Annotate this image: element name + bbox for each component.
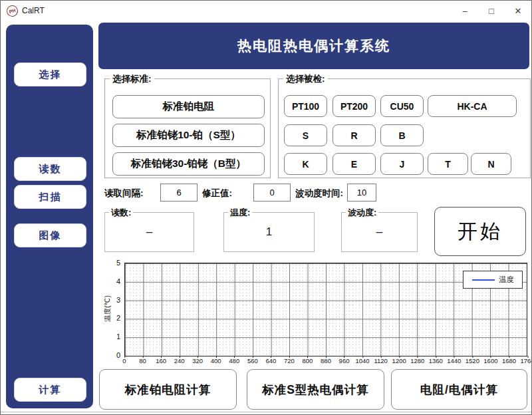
x-tick-label: 240 (174, 357, 185, 364)
x-tick-label: 0 (122, 357, 126, 364)
resistance-thermocouple-calc-button[interactable]: 电阻/电偶计算 (391, 369, 527, 410)
standard-s-type-button[interactable]: 标准铂铑10-铂（S型） (112, 124, 265, 147)
fluctuation-box: 波动度: – (341, 212, 418, 252)
window-title: CalRT (22, 6, 45, 15)
x-tick-label: 1520 (466, 357, 479, 364)
y-tick-label: 5 (116, 259, 120, 267)
dut-k-button[interactable]: K (284, 153, 327, 175)
standard-pt-resistance-calc-button[interactable]: 标准铂电阻计算 (99, 369, 237, 410)
y-tick-label: 1 (116, 333, 120, 341)
dut-groupbox: 选择被检: PT100 PT200 CU50 HK-CA S R B K E J… (278, 78, 531, 178)
x-tick-label: 720 (284, 357, 295, 364)
sidebar-item-scan[interactable]: 扫描 (14, 185, 86, 209)
x-tick-label: 640 (265, 357, 276, 364)
x-tick-label: 1600 (483, 357, 497, 364)
x-tick-label: 320 (192, 357, 203, 364)
fluctuation-time-label: 波动度时间: (295, 184, 343, 202)
page-title-banner: 热电阻热电偶计算系统 (98, 23, 529, 69)
legend-line-swatch (472, 279, 495, 281)
sidebar-item-image[interactable]: 图像 (14, 223, 86, 247)
y-tick-label: 4 (116, 277, 120, 285)
read-interval-input[interactable] (160, 184, 198, 202)
sidebar-item-select[interactable]: 选择 (14, 63, 86, 86)
fluctuation-value: – (342, 213, 417, 251)
maximize-button[interactable]: □ (478, 1, 505, 21)
titlebar: PH CalRT – □ ✕ (1, 1, 531, 21)
dut-b-button[interactable]: B (380, 124, 424, 146)
x-tick-label: 1120 (374, 357, 387, 364)
app-icon: PH (5, 4, 19, 18)
dut-cu50-button[interactable]: CU50 (380, 95, 424, 117)
x-tick-label: 1200 (392, 357, 406, 364)
dut-s-button[interactable]: S (284, 124, 327, 146)
x-tick-label: 960 (339, 357, 350, 364)
dut-t-button[interactable]: T (428, 153, 468, 175)
close-button[interactable]: ✕ (505, 1, 531, 21)
dut-hk-ca-button[interactable]: HK-CA (428, 95, 517, 117)
y-tick-label: 0 (116, 351, 120, 359)
dut-pt200-button[interactable]: PT200 (332, 95, 376, 117)
read-interval-label: 读取间隔: (104, 184, 144, 202)
standard-s-thermocouple-calc-button[interactable]: 标准S型热电偶计算 (247, 369, 384, 410)
x-tick-label: 1440 (447, 357, 461, 364)
sidebar-item-calculate[interactable]: 计算 (14, 378, 86, 402)
bottom-divider (1, 412, 531, 412)
x-axis-ticks: 0801602403204004805606407208008809601040… (124, 356, 527, 365)
standard-group-label: 选择标准: (110, 73, 154, 85)
dut-r-button[interactable]: R (332, 124, 376, 146)
reading-value: – (105, 213, 194, 251)
dut-n-button[interactable]: N (471, 153, 511, 175)
standard-pt-resistance-button[interactable]: 标准铂电阻 (112, 95, 265, 118)
x-tick-label: 480 (229, 357, 239, 364)
sidebar-item-reading[interactable]: 读数 (14, 157, 86, 181)
reading-box: 读数: – (104, 212, 194, 252)
legend-label: 温度 (499, 275, 514, 285)
x-tick-label: 1040 (356, 357, 370, 364)
y-tick-label: 3 (116, 296, 120, 304)
x-tick-label: 80 (139, 357, 146, 364)
x-tick-label: 800 (303, 357, 313, 364)
minimize-button[interactable]: – (452, 1, 478, 21)
page-title: 热电阻热电偶计算系统 (237, 37, 390, 55)
x-tick-label: 560 (247, 357, 258, 364)
y-tick-label: 2 (116, 314, 120, 322)
standard-b-type-button[interactable]: 标准铂铑30-铂铑（B型） (112, 152, 265, 176)
temperature-value: 1 (224, 213, 314, 251)
correction-label: 修正值: (202, 184, 232, 202)
standard-groupbox: 选择标准: 标准铂电阻 标准铂铑10-铂（S型） 标准铂铑30-铂铑（B型） (104, 78, 271, 178)
x-tick-label: 160 (156, 357, 166, 364)
x-tick-label: 400 (211, 357, 221, 364)
dut-group-label: 选择被检: (283, 73, 328, 85)
x-tick-label: 1760 (520, 357, 532, 364)
correction-input[interactable] (253, 184, 291, 202)
dut-e-button[interactable]: E (332, 153, 376, 175)
sidebar: 选择 读数 扫描 图像 计算 (6, 25, 93, 408)
y-axis-label: 温度(℃) (103, 295, 112, 322)
app-window: { "window": { "title": "CalRT", "icon": … (0, 0, 532, 415)
dut-pt100-button[interactable]: PT100 (284, 95, 327, 117)
x-tick-label: 1680 (502, 357, 516, 364)
fluctuation-time-input[interactable] (347, 184, 376, 202)
dut-j-button[interactable]: J (380, 153, 424, 175)
x-tick-label: 1280 (410, 357, 424, 364)
start-button[interactable]: 开始 (434, 207, 526, 256)
x-tick-label: 880 (321, 357, 331, 364)
x-tick-label: 1360 (429, 357, 443, 364)
chart-legend: 温度 (463, 271, 523, 289)
temperature-box: 温度: 1 (223, 212, 315, 252)
